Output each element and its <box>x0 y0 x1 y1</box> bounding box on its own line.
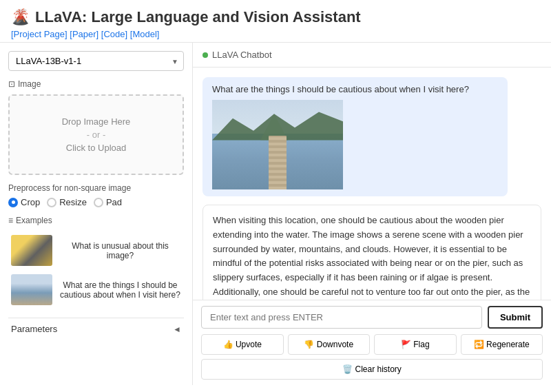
user-message: What are the things I should be cautious… <box>202 77 508 196</box>
chat-header-label: LLaVA Chatbot <box>212 50 272 60</box>
image-upload-area[interactable]: Drop Image Here - or - Click to Upload <box>8 94 184 175</box>
parameters-section[interactable]: Parameters ◄ <box>8 318 184 340</box>
action-buttons: 👍 Upvote 👎 Downvote 🚩 Flag 🔁 Regenerate <box>201 334 543 355</box>
preprocess-section: Preprocess for non-square image Crop Res… <box>8 183 184 207</box>
bot-message: When visiting this location, one should … <box>202 205 541 300</box>
sidebar: LLaVA-13B-v1-1 LLaVA-7B-v1-1 ▼ ⊡ Image D… <box>0 43 193 385</box>
crop-label: Crop <box>21 197 40 207</box>
chat-messages: What are the things I should be cautious… <box>193 68 551 300</box>
image-icon: ⊡ <box>8 79 15 89</box>
project-page-link[interactable]: [Project Page] <box>11 29 67 39</box>
parameters-label: Parameters <box>11 324 57 334</box>
example-item-0[interactable]: What is unusual about this image? <box>8 231 184 270</box>
main-layout: LLaVA-13B-v1-1 LLaVA-7B-v1-1 ▼ ⊡ Image D… <box>0 43 551 385</box>
submit-button[interactable]: Submit <box>488 306 543 329</box>
example-item-1[interactable]: What are the things I should be cautious… <box>8 270 184 309</box>
click-upload-text: Click to Upload <box>23 143 169 153</box>
chat-header: LLaVA Chatbot <box>193 43 551 68</box>
or-text: - or - <box>23 130 169 140</box>
pier-dock <box>269 136 287 189</box>
code-link[interactable]: [Code] <box>101 29 127 39</box>
title-text: LLaVA: Large Language and Vision Assista… <box>35 8 361 26</box>
pad-radio[interactable]: Pad <box>94 197 122 207</box>
preprocess-label: Preprocess for non-square image <box>8 183 184 193</box>
user-message-text: What are the things I should be cautious… <box>212 84 498 94</box>
pad-label: Pad <box>106 197 122 207</box>
clear-history-button[interactable]: 🗑️ Clear history <box>201 359 543 380</box>
list-icon: ≡ <box>8 216 13 225</box>
flag-button[interactable]: 🚩 Flag <box>374 334 457 355</box>
chat-input[interactable] <box>201 306 482 329</box>
model-select[interactable]: LLaVA-13B-v1-1 LLaVA-7B-v1-1 <box>8 51 184 71</box>
image-section-label: ⊡ Image <box>8 79 184 89</box>
resize-radio[interactable]: Resize <box>47 197 87 207</box>
chat-area: LLaVA Chatbot What are the things I shou… <box>193 43 551 385</box>
status-dot <box>202 52 208 58</box>
resize-radio-circle <box>47 198 56 207</box>
model-link[interactable]: [Model] <box>130 29 160 39</box>
paper-link[interactable]: [Paper] <box>70 29 98 39</box>
volcano-icon: 🌋 <box>11 8 30 26</box>
example-thumb-1 <box>11 274 52 305</box>
resize-label: Resize <box>59 197 87 207</box>
example-text-1: What are the things I should be cautious… <box>59 280 181 300</box>
pad-radio-circle <box>94 198 103 207</box>
header: 🌋 LLaVA: Large Language and Vision Assis… <box>0 0 551 43</box>
crop-radio[interactable]: Crop <box>8 197 40 207</box>
regenerate-button[interactable]: 🔁 Regenerate <box>461 334 543 355</box>
examples-label: ≡ Examples <box>8 216 184 225</box>
model-select-wrapper: LLaVA-13B-v1-1 LLaVA-7B-v1-1 ▼ <box>8 51 184 71</box>
example-thumb-0 <box>11 235 52 266</box>
preprocess-radio-group: Crop Resize Pad <box>8 197 184 207</box>
collapse-arrow-icon: ◄ <box>173 324 181 334</box>
drop-text: Drop Image Here <box>23 116 169 127</box>
chat-input-area: Submit 👍 Upvote 👎 Downvote 🚩 Flag 🔁 Rege… <box>193 300 551 385</box>
pier-image <box>212 100 343 189</box>
upvote-button[interactable]: 👍 Upvote <box>201 334 284 355</box>
downvote-button[interactable]: 👎 Downvote <box>288 334 371 355</box>
page-title: 🌋 LLaVA: Large Language and Vision Assis… <box>11 8 540 26</box>
examples-section: ≡ Examples What is unusual about this im… <box>8 216 184 309</box>
crop-radio-circle <box>8 198 18 207</box>
chat-input-row: Submit <box>201 306 543 329</box>
header-links: [Project Page] [Paper] [Code] [Model] <box>11 29 540 39</box>
example-text-0: What is unusual about this image? <box>59 241 181 260</box>
